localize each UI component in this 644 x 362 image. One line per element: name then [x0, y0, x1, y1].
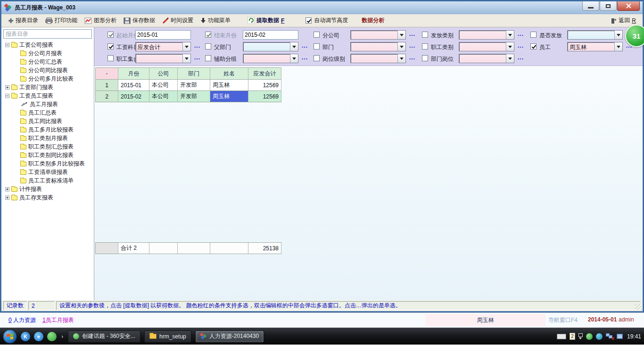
- taskbar-button-360[interactable]: 创建话题 - 360安全...: [68, 330, 140, 343]
- sidebar-item-piecework-reports[interactable]: 计件报表: [1, 185, 94, 193]
- row-number-cell[interactable]: 2: [96, 91, 118, 102]
- month-cell[interactable]: 2015-01: [118, 80, 149, 91]
- restore-button[interactable]: [600, 1, 617, 11]
- row-number-cell[interactable]: 1: [96, 80, 118, 91]
- staff-category-select[interactable]: [459, 42, 514, 51]
- post-level-select[interactable]: [350, 54, 406, 63]
- is-paid-select[interactable]: [567, 30, 623, 40]
- dept-post-select[interactable]: [459, 54, 514, 63]
- print-button[interactable]: 打印功能: [43, 16, 79, 25]
- sidebar-item[interactable]: 员工工资标准清单: [1, 176, 94, 185]
- chevron-down-icon[interactable]: [506, 54, 514, 63]
- start-month-checkbox[interactable]: [107, 32, 114, 38]
- minimize-button[interactable]: [582, 1, 599, 11]
- ellipsis-button[interactable]: ...: [302, 42, 308, 49]
- ellipsis-button[interactable]: ...: [409, 42, 415, 49]
- column-header[interactable]: 公司: [149, 68, 178, 80]
- sidebar-item[interactable]: 职工类别汇总报表: [1, 142, 94, 151]
- taskbar-button-hrm-setup[interactable]: hrm_setup: [144, 330, 191, 343]
- quicklaunch-k-icon[interactable]: K: [21, 332, 30, 341]
- sidebar-item[interactable]: 分公司月报表: [1, 49, 94, 58]
- start-button[interactable]: [3, 329, 17, 344]
- sidebar-item[interactable]: 员工同比报表: [1, 117, 94, 125]
- chevron-down-icon[interactable]: [614, 42, 622, 51]
- sidebar-item[interactable]: 职工类别同比报表: [1, 151, 94, 159]
- is-paid-checkbox[interactable]: [530, 32, 537, 38]
- title-bar[interactable]: 员工月报表 - Wage_003: [1, 1, 643, 14]
- column-header[interactable]: 应发合计: [248, 68, 281, 80]
- sidebar-item[interactable]: 员工汇总表: [1, 108, 94, 117]
- dept-cell[interactable]: 开发部: [178, 91, 210, 102]
- taskbar-button-hr-app[interactable]: 人力资源-20140430: [195, 330, 264, 343]
- branch-select[interactable]: [350, 30, 406, 40]
- chevron-down-icon[interactable]: [290, 54, 298, 63]
- sidebar-item-employee-reports[interactable]: 工资员工报表: [1, 91, 94, 100]
- staff-category-checkbox[interactable]: [422, 43, 428, 49]
- ellipsis-button[interactable]: ...: [194, 54, 200, 61]
- chevron-down-icon[interactable]: [290, 42, 298, 51]
- sidebar-item[interactable]: 工资清单级报表: [1, 168, 94, 176]
- column-header[interactable]: 部门: [178, 68, 210, 80]
- chevron-down-icon[interactable]: [182, 54, 190, 63]
- dept-checkbox[interactable]: [314, 43, 320, 49]
- month-cell[interactable]: 2015-02: [118, 91, 149, 102]
- quicklaunch-browser-icon[interactable]: e: [34, 332, 43, 341]
- network-signal-icon[interactable]: ))): [617, 334, 623, 339]
- column-header[interactable]: 月份: [118, 68, 149, 80]
- ellipsis-button[interactable]: ...: [409, 54, 415, 61]
- parent-dept-select[interactable]: [243, 42, 298, 51]
- network-disconnected-icon[interactable]: x: [606, 333, 613, 339]
- tab-employee-monthly-report[interactable]: 1员工月报表: [42, 316, 74, 324]
- employee-select[interactable]: 周玉林: [567, 42, 623, 51]
- ellipsis-button[interactable]: ...: [409, 31, 415, 37]
- branch-checkbox[interactable]: [314, 32, 320, 38]
- sidebar-item[interactable]: 分公司多月比较表: [1, 74, 94, 83]
- taskbar-clock[interactable]: 19:41: [627, 333, 641, 340]
- amount-cell[interactable]: 12569: [248, 80, 281, 91]
- dept-post-checkbox[interactable]: [422, 55, 428, 61]
- sidebar-item-dept-reports[interactable]: 工资部门报表: [1, 83, 94, 91]
- start-month-input[interactable]: [135, 30, 191, 40]
- end-month-checkbox[interactable]: [205, 32, 211, 38]
- staff-set-checkbox[interactable]: [107, 55, 114, 61]
- ellipsis-button[interactable]: ...: [518, 42, 524, 49]
- name-cell[interactable]: 周玉林: [210, 80, 248, 91]
- extract-data-button[interactable]: 提取数据F: [246, 16, 286, 25]
- chevron-down-icon[interactable]: [614, 31, 622, 39]
- ellipsis-button[interactable]: ...: [518, 31, 524, 37]
- amount-cell[interactable]: 12569: [248, 91, 281, 102]
- expand-icon[interactable]: [5, 85, 9, 90]
- company-cell[interactable]: 本公司: [149, 80, 178, 91]
- quicklaunch-360-icon[interactable]: [47, 332, 57, 341]
- post-level-checkbox[interactable]: [314, 55, 320, 61]
- back-button[interactable]: 返回R: [609, 16, 638, 25]
- sidebar-item[interactable]: 分公司汇总表: [1, 58, 94, 66]
- save-data-button[interactable]: 保存数据: [122, 16, 157, 25]
- column-header[interactable]: -: [96, 68, 118, 80]
- sidebar-item[interactable]: 分公司同比报表: [1, 66, 94, 74]
- app-tray-icon[interactable]: [596, 333, 603, 340]
- end-month-input[interactable]: [243, 30, 298, 40]
- wage-item-checkbox[interactable]: [107, 43, 114, 49]
- chevron-down-icon[interactable]: [397, 54, 405, 63]
- resize-grip[interactable]: [635, 304, 642, 310]
- ellipsis-button[interactable]: ...: [302, 54, 308, 61]
- restore-windows-icon[interactable]: [578, 333, 583, 339]
- nav-window-label[interactable]: 导航窗口F4: [548, 316, 578, 324]
- help-note-icon[interactable]: 2: [570, 333, 575, 340]
- company-cell[interactable]: 本公司: [149, 91, 178, 102]
- chevron-down-icon[interactable]: [397, 42, 405, 51]
- chevron-down-icon[interactable]: [506, 42, 514, 51]
- aux-group-select[interactable]: [243, 54, 298, 63]
- sidebar-item[interactable]: 职工类别月报表: [1, 134, 94, 142]
- 360-safe-tray-icon[interactable]: [586, 333, 593, 340]
- column-header[interactable]: 姓名: [210, 68, 248, 80]
- staff-set-select[interactable]: [135, 54, 191, 63]
- collapse-icon[interactable]: [5, 43, 9, 47]
- sidebar-item[interactable]: 员工多月比较报表: [1, 125, 94, 134]
- quicklaunch-expand-icon[interactable]: ›: [60, 333, 64, 340]
- dept-select[interactable]: [350, 42, 406, 51]
- chevron-down-icon[interactable]: [397, 31, 405, 39]
- expand-icon[interactable]: [5, 187, 9, 191]
- expand-icon[interactable]: [5, 196, 9, 200]
